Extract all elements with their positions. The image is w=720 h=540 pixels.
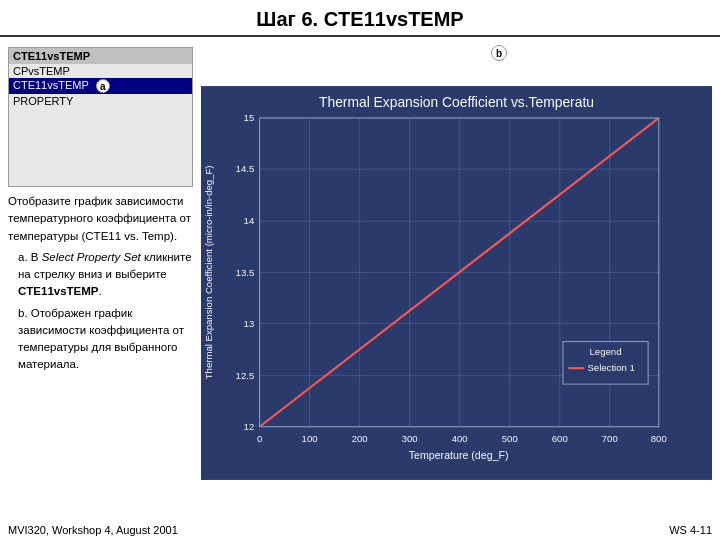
select-property-set-widget[interactable]: CTE11vsTEMP CPvsTEMP CTE11vsTEMP a PROPE… — [8, 47, 193, 187]
left-panel: CTE11vsTEMP CPvsTEMP CTE11vsTEMP a PROPE… — [8, 47, 193, 519]
sps-row-cte11vstemp[interactable]: CTE11vsTEMP a — [9, 78, 192, 94]
page-title: Шаг 6. CTE11vsTEMP — [0, 8, 720, 31]
footer-right: WS 4-11 — [669, 524, 712, 536]
page-header: Шаг 6. CTE11vsTEMP — [0, 0, 720, 37]
main-content: CTE11vsTEMP CPvsTEMP CTE11vsTEMP a PROPE… — [0, 43, 720, 523]
item-label-a: a. В — [18, 251, 42, 263]
x-tick-100: 100 — [302, 433, 318, 444]
x-tick-500: 500 — [502, 433, 518, 444]
cte11-label: CTE11vsTEMP — [18, 285, 99, 297]
y-tick-145: 14.5 — [236, 163, 255, 174]
description-text: Отобразите график зависимости температур… — [8, 193, 193, 378]
chart-background — [201, 86, 712, 480]
sps-row-property[interactable]: PROPERTY — [9, 94, 192, 108]
y-axis-label: Thermal Expansion Coefficient (micro-in/… — [203, 165, 214, 379]
y-tick-12: 12 — [244, 421, 255, 432]
y-tick-125: 12.5 — [236, 370, 255, 381]
footer: MVI320, Workshop 4, August 2001 WS 4-11 — [0, 524, 720, 536]
right-panel: b Thermal Expansion Coefficient vs.Tempe… — [201, 47, 712, 519]
description-item-b: b. Отображен график зависимости коэффици… — [18, 305, 193, 374]
sps-title-row: CTE11vsTEMP — [9, 48, 192, 64]
legend-selection-1: Selection 1 — [587, 362, 634, 373]
x-tick-600: 600 — [552, 433, 568, 444]
y-tick-135: 13.5 — [236, 267, 255, 278]
x-tick-700: 700 — [602, 433, 618, 444]
footer-left: MVI320, Workshop 4, August 2001 — [8, 524, 178, 536]
x-tick-300: 300 — [402, 433, 418, 444]
x-axis-label: Temperature (deg_F) — [409, 449, 509, 461]
description-item-a: a. В Select Property Set кликните на стр… — [18, 249, 193, 301]
y-tick-15: 15 — [244, 112, 255, 123]
sps-row-cpvstemp[interactable]: CPvsTEMP — [9, 64, 192, 78]
description-intro: Отобразите график зависимости температур… — [8, 193, 193, 245]
item-label-b: b. Отображен график зависимости коэффици… — [18, 307, 184, 371]
x-tick-0: 0 — [257, 433, 262, 444]
y-tick-14: 14 — [244, 215, 255, 226]
x-tick-200: 200 — [352, 433, 368, 444]
chart-title: Thermal Expansion Coefficient vs.Tempera… — [319, 94, 594, 110]
chart-container: Thermal Expansion Coefficient vs.Tempera… — [201, 47, 712, 519]
item-end-a: . — [99, 285, 102, 297]
x-tick-800: 800 — [651, 433, 667, 444]
select-property-set-label: Select Property Set — [42, 251, 141, 263]
legend-title: Legend — [590, 346, 622, 357]
y-tick-13: 13 — [244, 318, 255, 329]
chart-svg: Thermal Expansion Coefficient vs.Tempera… — [201, 47, 712, 519]
marker-a: a — [96, 79, 110, 93]
x-tick-400: 400 — [452, 433, 468, 444]
marker-b: b — [491, 45, 507, 61]
